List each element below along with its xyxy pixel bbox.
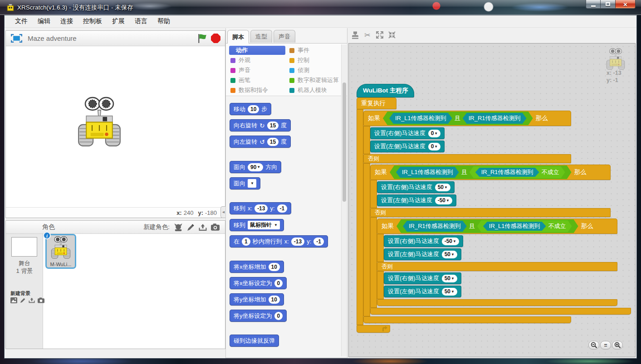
block-value[interactable]: -13 [291, 238, 304, 246]
if-2-else-bar[interactable]: 否则 [370, 208, 611, 217]
motor-dropdown[interactable]: 50▼ [442, 251, 457, 258]
shrink-icon[interactable] [388, 30, 396, 39]
sensor-block-r1[interactable]: IR_R1传感器检测到 [463, 113, 527, 124]
block-turn-right[interactable]: 向右旋转 ↻ 15 度 [230, 119, 291, 131]
if-1-header[interactable]: 如果 IR_L1传感器检测到 且 IR_R1传感器检测到 那么 [363, 111, 571, 126]
block-bounce[interactable]: 碰到边缘就反弹 [230, 335, 279, 347]
category-pen[interactable]: 画笔 [229, 76, 285, 85]
if-2-header[interactable]: 如果 IR_L1传感器检测到 且 IR_R1传感器检测到 不成立 [370, 165, 611, 180]
block-goto-mouse[interactable]: 移到 鼠标指针▼ [230, 219, 284, 231]
sensor-block-l1[interactable]: IR_L1传感器检测到 [483, 222, 546, 231]
if-3-footer[interactable] [377, 299, 617, 306]
if-3-header[interactable]: 如果 IR_R1传感器检测到 且 IR_L1传感器检测到 [377, 218, 617, 234]
motor-block-left[interactable]: 设置(左侧)马达速度-50▼ [377, 194, 456, 206]
menu-item-board[interactable]: 控制板 [78, 16, 107, 27]
new-sprite-library-button[interactable] [174, 223, 183, 231]
green-flag-button[interactable] [197, 34, 207, 44]
close-button[interactable]: × [615, 0, 636, 9]
block-value[interactable]: 10 [269, 263, 280, 271]
if-block-1[interactable]: 如果 IR_L1传感器检测到 且 IR_R1传感器检测到 那么 [363, 111, 631, 323]
backdrop-image-icon[interactable] [10, 297, 17, 303]
fullscreen-button[interactable] [10, 34, 22, 43]
stamp-icon[interactable] [351, 30, 359, 39]
palette-scrollbar-thumb[interactable] [343, 83, 346, 202]
motor-block-right[interactable]: 设置(右侧)马达速度50▼ [377, 181, 455, 193]
block-dropdown[interactable]: 鼠标指针▼ [248, 221, 280, 229]
sensor-block-l1[interactable]: IR_L1传感器检测到 [396, 167, 459, 178]
block-change-x[interactable]: 将x坐标增加 10 [230, 261, 284, 273]
if-1-else-bar[interactable]: 否则 [363, 154, 571, 163]
block-value[interactable]: 15 [267, 138, 279, 146]
menu-item-help[interactable]: 帮助 [152, 16, 175, 27]
menu-item-language[interactable]: 语言 [130, 16, 152, 27]
motor-dropdown[interactable]: 0▼ [428, 143, 441, 150]
motor-dropdown[interactable]: 50▼ [435, 184, 450, 191]
sensor-block-r1[interactable]: IR_R1传感器检测到 [403, 221, 467, 232]
block-dropdown[interactable]: 90▼ [248, 163, 263, 171]
if-3-else-bar[interactable]: 否则 [377, 262, 617, 271]
stage-thumbnail[interactable] [11, 237, 37, 257]
not-operator[interactable]: IR_R1传感器检测到 不成立 [470, 166, 565, 178]
script-canvas[interactable]: x: -13 y: -1 WuLiBot 主程序 重复执行 如果 [348, 43, 636, 357]
paintbrush-icon[interactable] [187, 223, 195, 231]
motor-dropdown[interactable]: -50▼ [442, 238, 459, 245]
category-operators[interactable]: 数字和逻辑运算 [288, 76, 344, 85]
zoom-out-button[interactable] [588, 341, 599, 349]
hat-block[interactable]: WuLiBot 主程序 [357, 84, 414, 97]
block-value[interactable]: 0 [274, 312, 283, 320]
tab-scripts[interactable]: 脚本 [227, 30, 249, 44]
motor-dropdown[interactable]: 50▼ [442, 275, 457, 282]
zoom-in-button[interactable] [612, 341, 623, 349]
block-value[interactable]: -13 [254, 204, 268, 213]
category-sound[interactable]: 声音 [229, 66, 285, 75]
and-operator[interactable]: IR_R1传感器检测到 且 IR_L1传感器检测到 不成立 [396, 219, 578, 233]
block-set-x[interactable]: 将x坐标设定为 0 [230, 277, 287, 289]
tab-costumes[interactable]: 造型 [250, 30, 272, 43]
menu-item-connect[interactable]: 连接 [55, 16, 78, 27]
motor-dropdown[interactable]: 0▼ [428, 130, 441, 137]
motor-dropdown[interactable]: -50▼ [435, 197, 452, 204]
forever-block[interactable]: 重复执行 如果 IR_L1传感器检测到 且 [357, 97, 631, 333]
backdrop-upload-icon[interactable] [29, 297, 35, 303]
and-operator[interactable]: IR_L1传感器检测到 且 IR_R1传感器检测到 [383, 112, 533, 125]
block-change-y[interactable]: 将y坐标增加 10 [230, 293, 284, 306]
motor-block-right[interactable]: 设置(右侧)马达速度-50▼ [384, 235, 463, 247]
if-block-2[interactable]: 如果 IR_L1传感器检测到 且 IR_R1传感器检测到 不成立 [370, 165, 631, 315]
stage-sprite-robot[interactable] [78, 97, 121, 147]
stop-button[interactable] [211, 34, 220, 43]
motor-block-right[interactable]: 设置(右侧)马达速度0▼ [370, 127, 445, 139]
block-value[interactable]: 0 [274, 279, 283, 287]
sensor-block-l1[interactable]: IR_L1传感器检测到 [389, 113, 452, 124]
if-1-footer[interactable] [363, 316, 571, 323]
category-motion[interactable]: 动作 [229, 46, 285, 55]
block-value[interactable]: 10 [248, 105, 259, 113]
block-dropdown[interactable]: ▼ [248, 179, 256, 188]
upload-icon[interactable] [199, 223, 207, 231]
block-turn-left[interactable]: 向左旋转 ↺ 15 度 [230, 136, 291, 148]
minimize-button[interactable] [586, 0, 601, 9]
script-stack[interactable]: WuLiBot 主程序 重复执行 如果 IR_L1传感器检 [357, 84, 631, 333]
block-value[interactable]: 15 [267, 121, 279, 130]
camera-icon[interactable] [211, 223, 220, 231]
motor-block-left[interactable]: 设置(左侧)马达速度50▼ [384, 248, 461, 260]
category-sensing[interactable]: 侦测 [288, 66, 344, 75]
sensor-block-r1[interactable]: IR_R1传感器检测到 [475, 168, 539, 177]
if-2-footer[interactable] [370, 308, 631, 315]
menu-item-edit[interactable]: 编辑 [33, 16, 55, 27]
block-glide[interactable]: 在 1 秒内滑行到 x: -13 y: -1 [230, 235, 328, 248]
category-events[interactable]: 事件 [288, 46, 344, 55]
forever-footer[interactable] [357, 325, 390, 333]
if-block-3[interactable]: 如果 IR_R1传感器检测到 且 IR_L1传感器检测到 [377, 218, 617, 306]
motor-block-left[interactable]: 设置(左侧)马达速度0▼ [370, 141, 445, 152]
block-move-steps[interactable]: 移动 10 步 [230, 103, 271, 115]
block-point-direction[interactable]: 面向 90▼ 方向 [230, 161, 281, 173]
motor-block-left[interactable]: 设置(左侧)马达速度50▼ [384, 286, 461, 297]
not-operator[interactable]: IR_L1传感器检测到 不成立 [477, 220, 572, 232]
maximize-button[interactable] [601, 0, 615, 9]
and-operator[interactable]: IR_L1传感器检测到 且 IR_R1传感器检测到 不成立 [390, 165, 572, 179]
motor-block-right[interactable]: 设置(右侧)马达速度50▼ [384, 272, 461, 284]
category-control[interactable]: 控制 [288, 56, 344, 65]
grow-icon[interactable] [376, 30, 384, 39]
category-looks[interactable]: 外观 [229, 56, 285, 65]
forever-header[interactable]: 重复执行 [357, 97, 396, 109]
